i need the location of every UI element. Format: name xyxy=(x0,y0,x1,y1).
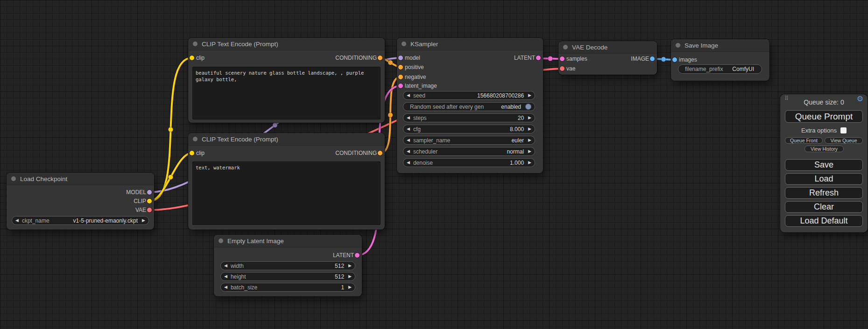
prompt-textarea[interactable]: beautiful scenery nature glass bottle la… xyxy=(192,67,381,119)
port-label: latent_image xyxy=(405,83,437,89)
node-load-checkpoint[interactable]: Load Checkpoint MODEL CLIP VAE ◀ ckpt_na… xyxy=(7,173,154,230)
widget-batch-size[interactable]: ◀ batch_size 1 ▶ xyxy=(220,283,355,292)
queue-prompt-button[interactable]: Queue Prompt xyxy=(785,110,863,123)
input-port-samples[interactable] xyxy=(560,56,565,61)
node-title-bar[interactable]: CLIP Text Encode (Prompt) xyxy=(188,133,385,146)
decrement-arrow-icon[interactable]: ◀ xyxy=(407,138,410,142)
widget-value: 512 xyxy=(335,263,344,269)
widget-cfg[interactable]: ◀ cfg 8.000 ▶ xyxy=(403,125,535,133)
output-port-conditioning[interactable] xyxy=(378,56,382,60)
widget-random-seed[interactable]: Random seed after every gen enabled xyxy=(403,102,535,111)
node-title-bar[interactable]: Save Image xyxy=(671,39,769,52)
refresh-button[interactable]: Refresh xyxy=(785,187,863,199)
widget-label: steps xyxy=(413,115,427,121)
collapse-dot-icon[interactable] xyxy=(676,43,680,48)
input-port-clip[interactable] xyxy=(190,151,194,155)
decrement-arrow-icon[interactable]: ◀ xyxy=(407,127,410,131)
widget-width[interactable]: ◀ width 512 ▶ xyxy=(220,261,355,270)
port-row-samples-image: samples IMAGE xyxy=(558,54,657,63)
input-port-clip[interactable] xyxy=(190,56,194,60)
widget-denoise[interactable]: ◀ denoise 1.000 ▶ xyxy=(403,158,535,167)
input-port-images[interactable] xyxy=(672,57,677,62)
node-title-bar[interactable]: CLIP Text Encode (Prompt) xyxy=(188,38,385,50)
collapse-dot-icon[interactable] xyxy=(402,42,406,46)
prompt-textarea[interactable]: text, watermark xyxy=(192,161,381,225)
widget-steps[interactable]: ◀ steps 20 ▶ xyxy=(403,113,535,122)
decrement-arrow-icon[interactable]: ◀ xyxy=(407,149,410,154)
node-title-bar[interactable]: Load Checkpoint xyxy=(7,173,154,185)
decrement-arrow-icon[interactable]: ◀ xyxy=(224,285,227,289)
increment-arrow-icon[interactable]: ▶ xyxy=(528,161,531,165)
widget-ckpt-name[interactable]: ◀ ckpt_name v1-5-pruned-emaonly.ckpt ▶ xyxy=(12,216,149,225)
input-port-negative[interactable] xyxy=(398,75,403,79)
output-port-conditioning[interactable] xyxy=(378,151,382,155)
node-clip-text-encode-positive[interactable]: CLIP Text Encode (Prompt) clip CONDITION… xyxy=(188,38,385,123)
node-title-bar[interactable]: Empty Latent Image xyxy=(214,235,362,247)
extra-options-checkbox[interactable] xyxy=(840,127,847,133)
node-ksampler[interactable]: KSampler model LATENT positive negative … xyxy=(397,38,543,173)
increment-arrow-icon[interactable]: ▶ xyxy=(528,138,531,142)
collapse-dot-icon[interactable] xyxy=(193,42,198,46)
port-row: clip CONDITIONING xyxy=(188,53,385,63)
increment-arrow-icon[interactable]: ▶ xyxy=(348,274,352,279)
widget-height[interactable]: ◀ height 512 ▶ xyxy=(220,272,355,281)
view-queue-button[interactable]: View Queue xyxy=(825,137,863,144)
node-empty-latent-image[interactable]: Empty Latent Image LATENT ◀ width 512 ▶ … xyxy=(214,235,362,296)
increment-arrow-icon[interactable]: ▶ xyxy=(348,285,352,289)
port-label: LATENT xyxy=(333,252,354,259)
input-port-vae[interactable] xyxy=(560,66,565,71)
node-title-bar[interactable]: VAE Decode xyxy=(558,41,657,54)
save-button[interactable]: Save xyxy=(785,159,863,171)
widget-value: ComfyUI xyxy=(732,66,754,72)
widget-scheduler[interactable]: ◀ scheduler normal ▶ xyxy=(403,147,535,156)
decrement-arrow-icon[interactable]: ◀ xyxy=(224,264,227,268)
decrement-arrow-icon[interactable]: ◀ xyxy=(15,218,19,223)
widget-filename-prefix[interactable]: filename_prefix ComfyUI xyxy=(678,64,762,74)
queue-front-button[interactable]: Queue Front xyxy=(785,137,823,144)
decrement-arrow-icon[interactable]: ◀ xyxy=(407,93,410,98)
node-title: VAE Decode xyxy=(572,44,607,51)
extra-options-row: Extra options xyxy=(780,127,868,134)
widget-label: batch_size xyxy=(231,284,257,291)
load-default-button[interactable]: Load Default xyxy=(785,215,863,227)
load-button[interactable]: Load xyxy=(785,173,863,185)
settings-gear-icon[interactable]: ⚙ xyxy=(857,94,863,104)
decrement-arrow-icon[interactable]: ◀ xyxy=(407,161,410,165)
node-vae-decode[interactable]: VAE Decode samples IMAGE vae xyxy=(558,41,657,75)
output-port-latent[interactable] xyxy=(355,253,360,258)
collapse-dot-icon[interactable] xyxy=(563,45,568,49)
input-port-latent-image[interactable] xyxy=(398,84,403,88)
increment-arrow-icon[interactable]: ▶ xyxy=(528,127,531,131)
increment-arrow-icon[interactable]: ▶ xyxy=(142,218,145,223)
output-port-clip[interactable] xyxy=(147,199,152,203)
node-title-bar[interactable]: KSampler xyxy=(397,38,543,50)
decrement-arrow-icon[interactable]: ◀ xyxy=(407,116,410,120)
output-port-vae[interactable] xyxy=(147,208,152,212)
collapse-dot-icon[interactable] xyxy=(219,238,223,243)
view-history-button[interactable]: View History xyxy=(804,146,844,152)
widget-label: scheduler xyxy=(413,148,438,155)
node-title: CLIP Text Encode (Prompt) xyxy=(202,41,278,48)
output-port-model[interactable] xyxy=(147,190,152,195)
decrement-arrow-icon[interactable]: ◀ xyxy=(224,274,227,279)
input-row-vae: vae xyxy=(558,64,657,73)
widget-seed[interactable]: ◀ seed 156680208700286 ▶ xyxy=(403,91,535,100)
toggle-knob-icon[interactable] xyxy=(525,104,531,110)
output-port-latent[interactable] xyxy=(536,56,541,60)
increment-arrow-icon[interactable]: ▶ xyxy=(528,149,531,154)
increment-arrow-icon[interactable]: ▶ xyxy=(348,264,352,268)
node-save-image[interactable]: Save Image images filename_prefix ComfyU… xyxy=(671,39,769,81)
output-row-clip: CLIP xyxy=(7,196,154,206)
clear-button[interactable]: Clear xyxy=(785,201,863,213)
collapse-dot-icon[interactable] xyxy=(11,176,16,181)
increment-arrow-icon[interactable]: ▶ xyxy=(528,116,531,120)
port-label: positive xyxy=(405,64,424,70)
collapse-dot-icon[interactable] xyxy=(193,137,198,141)
output-port-image[interactable] xyxy=(650,56,655,61)
port-label: negative xyxy=(405,74,426,80)
increment-arrow-icon[interactable]: ▶ xyxy=(528,93,531,98)
node-clip-text-encode-negative[interactable]: CLIP Text Encode (Prompt) clip CONDITION… xyxy=(188,133,385,230)
input-port-model[interactable] xyxy=(398,56,403,60)
input-port-positive[interactable] xyxy=(398,65,403,70)
widget-sampler-name[interactable]: ◀ sampler_name euler ▶ xyxy=(403,136,535,145)
